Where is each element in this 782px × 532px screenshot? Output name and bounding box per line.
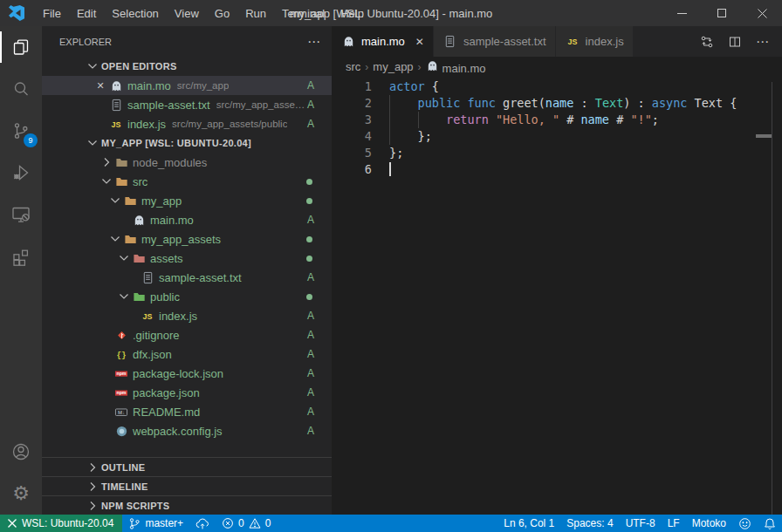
tree-item-my_app[interactable]: my_app — [42, 191, 332, 210]
remote-explorer-icon — [10, 204, 31, 225]
tree-item-label: package-lock.json — [133, 367, 223, 380]
code-line-6[interactable]: 6 — [332, 161, 782, 178]
code-line-3[interactable]: 3 return "Hello, " # name # "!"; — [332, 112, 782, 128]
accounts-button[interactable] — [0, 431, 42, 473]
git-status-badge: A — [307, 425, 314, 437]
views-more-actions-button[interactable]: ⋯ — [307, 34, 321, 50]
activity-search-button[interactable] — [0, 68, 42, 110]
modified-dot — [306, 198, 312, 204]
git-status-badge: A — [307, 348, 314, 360]
section-outline[interactable]: OUTLINE — [42, 457, 332, 476]
code-line-1[interactable]: 1 actor { — [332, 78, 782, 95]
publish-status[interactable] — [189, 515, 216, 532]
git-icon — [113, 329, 129, 342]
breadcrumb-item-src[interactable]: src — [346, 60, 360, 73]
activity-remote-explorer-button[interactable] — [0, 194, 42, 235]
breadcrumb-item-main.mo[interactable]: main.mo — [426, 59, 486, 75]
tree-item-assets[interactable]: assets — [42, 249, 332, 268]
indentation-status[interactable]: Spaces: 4 — [560, 515, 619, 532]
open-changes-icon[interactable] — [700, 35, 714, 49]
feedback-icon — [738, 517, 751, 530]
git-status-badge: A — [307, 79, 314, 92]
more-actions-icon[interactable]: ⋯ — [756, 34, 770, 50]
tree-item-label: node_modules — [133, 156, 207, 169]
activity-run-debug-button[interactable] — [0, 152, 42, 194]
language-status[interactable]: Motoko — [686, 515, 732, 532]
chevron-down-icon — [117, 290, 131, 304]
breadcrumb: src›my_app›main.mo — [332, 57, 782, 77]
cursor-position-status[interactable]: Ln 6, Col 1 — [497, 515, 560, 532]
cloud-upload-icon — [196, 517, 209, 530]
code-editor[interactable]: 1 actor { 2 public func greet(name : Tex… — [332, 77, 782, 515]
git-branch-icon — [128, 517, 141, 530]
code-line-2[interactable]: 2 public func greet(name : Text) : async… — [332, 95, 782, 112]
breadcrumb-item-my_app[interactable]: my_app — [373, 60, 413, 73]
feedback-button[interactable] — [732, 515, 758, 532]
menu-terminal[interactable]: Terminal — [274, 0, 333, 26]
text-cursor — [389, 162, 391, 176]
open-editor-label: index.js — [127, 118, 166, 131]
code-line-4[interactable]: 4 }; — [332, 128, 782, 145]
activity-explorer-button[interactable] — [0, 26, 42, 68]
open-editors-header[interactable]: OPEN EDITORS — [42, 57, 332, 76]
menu-view[interactable]: View — [167, 0, 207, 26]
menu-run[interactable]: Run — [237, 0, 274, 26]
menu-selection[interactable]: Selection — [104, 0, 166, 26]
encoding-status[interactable]: UTF-8 — [620, 515, 662, 532]
eol-status[interactable]: LF — [662, 515, 686, 532]
git-status-badge: A — [307, 310, 314, 322]
editor-group: main.mo ✕ sample-asset.txt JS index.js ⋯… — [332, 26, 782, 515]
menu-edit[interactable]: Edit — [69, 0, 104, 26]
open-editor-sample-asset.txt[interactable]: sample-asset.txt src/my_app_assets/asset… — [42, 95, 332, 114]
activity-source-control-button[interactable]: 9 — [0, 110, 42, 152]
tree-item-README.md[interactable]: M↓ README.md A — [42, 402, 332, 421]
tree-item-my_app_assets[interactable]: my_app_assets — [42, 229, 332, 249]
tree-item-index.js[interactable]: JS index.js A — [42, 306, 332, 325]
folder-icon — [122, 194, 138, 208]
open-editor-path: src/my_app_assets/public — [172, 119, 287, 129]
section-timeline[interactable]: TIMELINE — [42, 476, 332, 495]
tree-item-webpack.config.js[interactable]: webpack.config.js A — [42, 421, 332, 440]
folder-icon — [113, 156, 129, 169]
project-root-header[interactable]: MY_APP [WSL: UBUNTU-20.04] — [42, 133, 332, 153]
code-line-5[interactable]: 5 }; — [332, 145, 782, 161]
modified-dot — [306, 256, 312, 262]
section-npm-scripts[interactable]: NPM SCRIPTS — [42, 495, 332, 515]
remote-indicator[interactable]: WSL: Ubuntu-20.04 — [0, 515, 122, 532]
tree-item-node_modules[interactable]: node_modules — [42, 153, 332, 172]
activity-extensions-button[interactable] — [0, 235, 42, 277]
tree-item-.gitignore[interactable]: .gitignore A — [42, 325, 332, 344]
tree-item-public[interactable]: public — [42, 287, 332, 306]
folder-icon — [131, 290, 147, 304]
tree-item-package-lock.json[interactable]: npm package-lock.json A — [42, 364, 332, 383]
open-editor-main.mo[interactable]: ✕ main.mo src/my_app A — [42, 76, 332, 95]
menu-file[interactable]: File — [35, 0, 69, 26]
close-tab-icon[interactable]: ✕ — [415, 36, 424, 48]
close-window-button[interactable] — [742, 0, 782, 26]
menu-go[interactable]: Go — [207, 0, 237, 26]
tab-main.mo[interactable]: main.mo ✕ — [332, 26, 434, 57]
settings-button[interactable]: ⚙ — [0, 473, 42, 515]
menu-help[interactable]: Help — [333, 0, 372, 26]
motoko-icon — [340, 35, 356, 48]
tree-item-dfx.json[interactable]: {} dfx.json A — [42, 344, 332, 364]
vscode-logo-icon — [9, 5, 24, 21]
minimize-button[interactable] — [662, 0, 702, 26]
problems-status[interactable]: 0 0 — [216, 515, 277, 532]
tab-index.js[interactable]: JS index.js — [556, 26, 634, 57]
tab-sample-asset.txt[interactable]: sample-asset.txt — [434, 26, 556, 57]
split-editor-icon[interactable] — [728, 35, 742, 49]
tree-item-package.json[interactable]: npm package.json A — [42, 383, 332, 402]
git-branch-status[interactable]: master+ — [122, 515, 189, 532]
maximize-button[interactable] — [702, 0, 742, 26]
tree-item-main.mo[interactable]: main.mo A — [42, 210, 332, 229]
gear-icon: ⚙ — [12, 484, 30, 503]
open-editor-index.js[interactable]: JS index.js src/my_app_assets/public A — [42, 114, 332, 133]
line-number: 4 — [332, 128, 389, 145]
close-editor-icon[interactable]: ✕ — [93, 80, 108, 92]
notifications-button[interactable] — [758, 515, 782, 532]
maximize-icon — [717, 9, 726, 17]
tree-item-src[interactable]: src — [42, 172, 332, 191]
tree-item-sample-asset.txt[interactable]: sample-asset.txt A — [42, 268, 332, 287]
tree-item-label: dfx.json — [133, 348, 172, 361]
